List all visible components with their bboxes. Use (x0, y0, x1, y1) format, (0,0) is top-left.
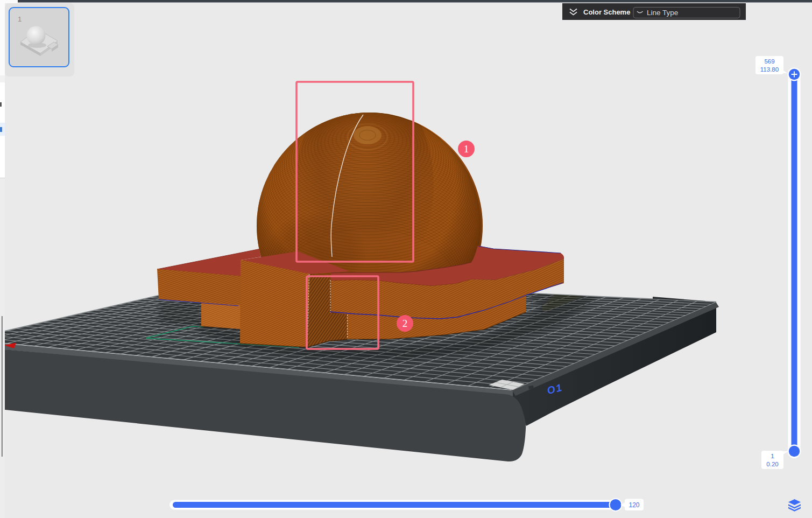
svg-text:569: 569 (764, 58, 774, 65)
svg-text:1: 1 (18, 15, 22, 23)
svg-text:1: 1 (771, 453, 774, 459)
svg-text:Line Type: Line Type (647, 9, 678, 17)
svg-text:Color Scheme: Color Scheme (583, 8, 630, 16)
svg-text:113.80: 113.80 (760, 66, 779, 73)
svg-text:0.20: 0.20 (766, 461, 778, 467)
svg-text:1: 1 (464, 143, 469, 155)
svg-text:120: 120 (629, 501, 639, 509)
svg-text:2: 2 (403, 318, 408, 329)
